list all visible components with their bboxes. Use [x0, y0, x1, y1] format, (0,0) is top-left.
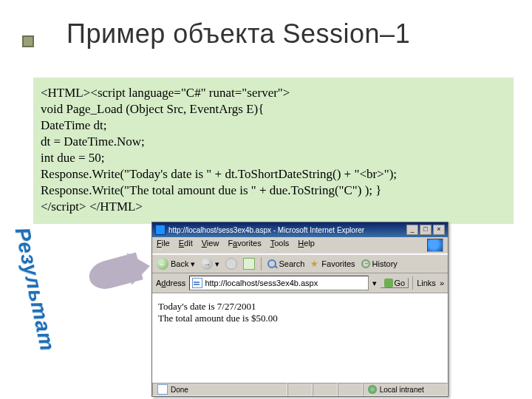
- search-label: Search: [279, 259, 304, 268]
- address-input[interactable]: http://localhost/sess3ex4b.aspx: [189, 276, 368, 290]
- history-label: History: [372, 259, 398, 268]
- favorites-button[interactable]: ★ Favorites: [310, 259, 355, 268]
- code-line: <HTML><script language="C#" runat="serve…: [41, 85, 506, 101]
- status-zone: Local intranet: [363, 383, 448, 396]
- result-label: Результат: [10, 225, 60, 353]
- status-done-text: Done: [171, 386, 188, 394]
- refresh-icon[interactable]: [243, 258, 255, 270]
- code-line: </script> </HTML>: [41, 199, 506, 215]
- toolbar: ← Back ▾ → ▾ Search ★ Favorites History: [152, 254, 448, 273]
- forward-button[interactable]: → ▾: [201, 258, 219, 270]
- status-done: Done: [152, 383, 287, 396]
- links-label[interactable]: Links: [417, 279, 436, 287]
- output-line: The total amount due is $50.00: [158, 313, 442, 324]
- address-bar: Address http://localhost/sess3ex4b.aspx …: [152, 273, 448, 293]
- chevron-down-icon: ▾: [191, 259, 195, 269]
- address-dropdown-icon[interactable]: ▾: [372, 279, 377, 288]
- search-icon: [267, 259, 276, 268]
- menu-file[interactable]: File: [157, 239, 170, 252]
- browser-content: Today's date is 7/27/2001 The total amou…: [152, 293, 448, 382]
- menu-tools[interactable]: Tools: [270, 239, 290, 252]
- status-zone-text: Local intranet: [380, 386, 424, 394]
- status-cell: [287, 383, 313, 396]
- code-block: <HTML><script language="C#" runat="serve…: [33, 78, 514, 224]
- history-button[interactable]: History: [361, 259, 398, 268]
- ie-icon: [155, 225, 166, 235]
- history-icon: [361, 259, 370, 268]
- code-line: dt = DateTime.Now;: [41, 134, 506, 150]
- minimize-button[interactable]: _: [406, 225, 418, 235]
- maximize-button[interactable]: □: [420, 225, 432, 235]
- status-cell: [313, 383, 338, 396]
- menubar: File Edit View Favorites Tools Help: [152, 237, 448, 254]
- menu-edit[interactable]: Edit: [179, 239, 193, 252]
- back-button[interactable]: ← Back ▾: [157, 258, 195, 270]
- forward-arrow-icon: →: [201, 258, 213, 270]
- address-value: http://localhost/sess3ex4b.aspx: [205, 279, 318, 287]
- done-icon: [157, 384, 168, 395]
- stop-icon[interactable]: [225, 258, 237, 270]
- code-line: DateTime dt;: [41, 117, 506, 134]
- page-icon: [192, 278, 202, 288]
- chevron-down-icon: ▾: [215, 259, 219, 269]
- browser-window: http://localhost/sess3ex4b.aspx - Micros…: [151, 222, 449, 397]
- menu-favorites[interactable]: Favorites: [228, 239, 261, 252]
- output-line: Today's date is 7/27/2001: [158, 301, 442, 313]
- menu-help[interactable]: Help: [298, 239, 315, 252]
- status-cell: [338, 383, 363, 396]
- window-title: http://localhost/sess3ex4b.aspx - Micros…: [168, 226, 406, 234]
- menu-view[interactable]: View: [202, 239, 219, 252]
- search-button[interactable]: Search: [267, 259, 304, 268]
- code-line: Response.Write("The total amount due is …: [41, 183, 506, 199]
- zone-icon: [368, 385, 377, 394]
- separator: [261, 257, 262, 270]
- code-line: void Page_Load (Object Src, EventArgs E)…: [41, 101, 506, 117]
- favorites-label: Favorites: [321, 259, 355, 268]
- close-button[interactable]: ×: [433, 225, 445, 235]
- address-label: Address: [156, 279, 185, 287]
- arrow-icon: [89, 251, 155, 296]
- ie-logo-icon: [427, 239, 443, 252]
- back-label: Back: [171, 259, 188, 268]
- separator: [412, 276, 413, 290]
- browser-titlebar[interactable]: http://localhost/sess3ex4b.aspx - Micros…: [152, 222, 448, 237]
- links-chevron-icon[interactable]: »: [440, 279, 444, 287]
- go-button[interactable]: Go: [381, 278, 409, 288]
- go-icon: [384, 279, 393, 287]
- go-label: Go: [395, 279, 406, 287]
- back-arrow-icon: ←: [157, 258, 168, 270]
- star-icon: ★: [310, 259, 319, 268]
- code-line: int due = 50;: [41, 150, 506, 166]
- slide-title: Пример объекта Session–1: [66, 18, 410, 50]
- status-bar: Done Local intranet: [152, 382, 448, 396]
- code-line: Response.Write("Today's date is " + dt.T…: [41, 166, 506, 183]
- bullet-icon: [22, 35, 34, 47]
